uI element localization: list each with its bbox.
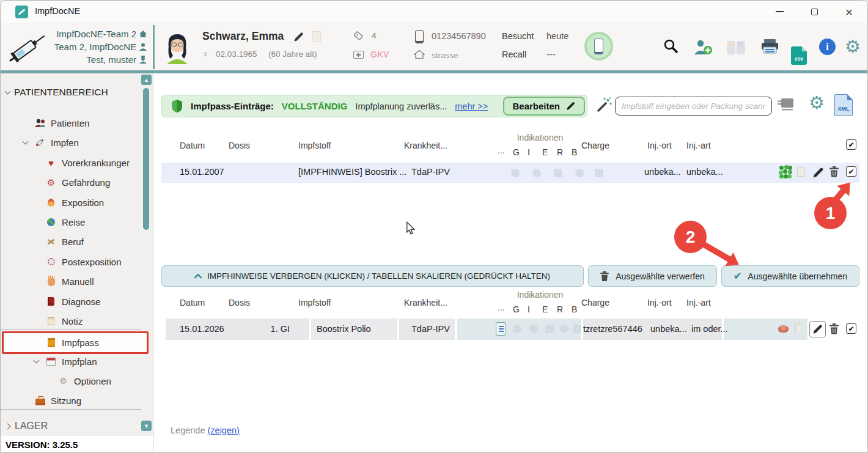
hide-impfhinweise-button[interactable]: IMPFHINWEISE VERBERGEN (KLICKEN) / TABEL… [161,265,584,287]
more-link[interactable]: mehr >> [455,101,488,111]
sidebar-scroll-up[interactable]: ▲ [141,75,152,85]
cell-inj-ort: unbeka... [644,167,681,177]
row-edit-button-2[interactable] [809,321,826,337]
card-reader-icon[interactable] [725,38,747,56]
csv-export-icon[interactable]: csv [791,46,807,65]
sidebar-item-exposition[interactable]: Exposition [46,193,104,212]
tag-icon [353,30,365,42]
col-inj-art-2[interactable]: Inj.-art [686,298,711,308]
sidebar-item-diagnose[interactable]: Diagnose [46,292,100,311]
vaccination-plan-icon [46,358,56,366]
sidebar-item-patienten[interactable]: Patienten [35,114,89,132]
legend: Legende (zeigen) [171,425,240,435]
gender-icon: ♀ [202,50,208,59]
sidebar-item-gefaehrdung[interactable]: ⚙Gefährdung [46,173,110,191]
add-patient-icon[interactable] [693,39,713,56]
impfhinweis-source-icon [496,322,506,336]
row-select-checkbox[interactable]: ✔ [846,166,856,177]
col-e: E [542,147,548,157]
insurance-icon [353,51,364,59]
col-more: ... [498,145,505,155]
sidebar-item-reise[interactable]: Reise [46,213,85,231]
tag-count: 4 [372,31,377,40]
window-title: ImpfDocNE [35,6,80,16]
sidebar-item-sitzung[interactable]: Sitzung [35,391,81,410]
row-note-icon-2[interactable] [795,323,803,333]
table-row[interactable] [161,163,859,183]
book-icon [46,297,56,306]
row-delete-icon[interactable] [829,166,839,178]
col-charge[interactable]: Charge [581,141,609,150]
row-note-icon[interactable] [797,167,805,177]
sidebar-item-manuell[interactable]: Manuell [46,272,94,290]
app-icon [15,6,28,18]
impfplan-expand-chevron[interactable] [30,352,42,370]
sidebar-scroll-down[interactable]: ▼ [141,421,152,431]
col-dosis[interactable]: Dosis [229,141,250,150]
annotation-step-2: 2 [674,221,707,253]
search-icon[interactable] [663,39,679,54]
sidebar-item-impfen[interactable]: Impfen [35,133,79,152]
sidebar-item-vorerkrankungen[interactable]: ♥Vorerkrankunger [46,153,130,172]
col-inj-ort[interactable]: Inj.-ort [647,141,672,150]
besucht-label: Besucht [502,31,534,41]
row-edit-icon[interactable] [812,166,825,179]
col-krankheit[interactable]: Krankheit... [404,141,447,150]
sidebar-item-impfpass[interactable]: Impfpass [46,333,99,352]
patient-note-icon[interactable] [312,31,321,42]
patient-avatar[interactable] [163,30,191,65]
col-inj-ort-2[interactable]: Inj.-ort [647,298,672,308]
sidebar-item-notiz[interactable]: Notiz [46,312,83,330]
col-more-2: ... [498,303,505,312]
mobile-app-button[interactable] [584,32,613,61]
edit-patient-icon[interactable] [293,31,304,43]
header: ImpfDocNE-Team 2 Team 2, ImpfDocNE Test,… [1,23,868,70]
sidebar-item-postexposition[interactable]: Postexposition [46,252,122,271]
patient-birthdate: 02.03.1965 [216,50,257,59]
tools-icon [46,237,56,246]
maximize-button[interactable] [800,1,828,23]
row-delete-icon-2[interactable] [829,323,839,335]
table-settings-gear-icon[interactable]: ⚙ [809,94,825,112]
sidebar-item-optionen[interactable]: ⚙Optionen [58,372,111,390]
print-icon[interactable] [760,39,779,55]
bearbeiten-button[interactable]: Bearbeiten [503,97,585,116]
impfen-expand-chevron[interactable] [19,133,31,152]
scanner-icon[interactable] [778,97,795,111]
sidebar-section-patientenbereich[interactable]: PATIENTENBEREICH [6,87,108,98]
xml-export-icon[interactable]: XML [834,94,853,116]
info-icon[interactable]: i [819,39,836,55]
legend-show-link[interactable]: (zeigen) [207,425,239,435]
clinic-icon [139,30,147,38]
sidebar-item-beruf[interactable]: Beruf [46,232,84,251]
col-krankheit-2[interactable]: Krankheit... [404,298,447,308]
col-datum-2[interactable]: Datum [180,298,205,308]
col-datum[interactable]: Datum [180,141,205,150]
col-inj-art[interactable]: Inj.-art [686,141,711,150]
row-select-checkbox-2[interactable]: ✔ [846,323,856,334]
col-impfstoff-2[interactable]: Impfstoff [298,298,331,308]
col-charge-2[interactable]: Charge [581,298,609,308]
sidebar-section-lager[interactable]: LAGER [6,421,48,432]
close-button[interactable]: × [835,1,863,23]
title-bar: ImpfDocNE × [1,1,868,23]
col-dosis-2[interactable]: Dosis [229,298,250,308]
magic-wand-icon[interactable] [595,97,612,114]
settings-gear-icon[interactable]: ⚙ [845,38,861,56]
apply-selected-button[interactable]: ✔ Ausgewählte übernehmen [721,265,859,287]
cell-charge-2: tzretzre567446 [583,324,642,334]
person-icon [139,43,147,51]
sidebar-item-impfplan[interactable]: Impfplan [46,352,97,370]
select-all-checkbox[interactable]: ✔ [846,139,856,150]
col-impfstoff[interactable]: Impfstoff [298,141,331,150]
risk-gear-icon: ⚙ [46,178,56,187]
cell-inj-art: unbeka... [686,167,723,177]
minimize-button[interactable] [765,1,793,23]
vaccine-scan-input[interactable] [615,97,772,116]
sidebar-scrollbar-thumb[interactable] [143,88,149,230]
patient-phone: 01234567890 [432,31,486,41]
insurance-type: GKV [370,50,389,59]
discard-selected-button[interactable]: Ausgewählte verwerfen [588,265,717,287]
col-indikationen: Indikationen [502,133,578,142]
pencil-icon [565,101,576,111]
